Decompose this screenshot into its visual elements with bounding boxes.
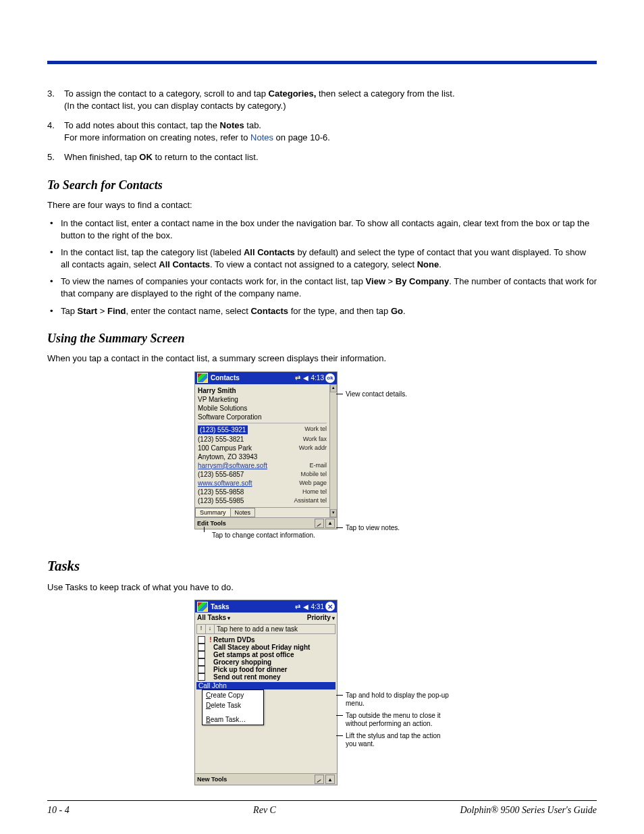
task-row[interactable]: Grocery shopping	[196, 658, 336, 666]
home-tel: (123) 555-9858	[198, 488, 244, 496]
revision: Rev C	[253, 805, 276, 816]
text: .	[403, 306, 406, 316]
heading-search: To Search for Contacts	[47, 178, 597, 192]
up-icon[interactable]: ▴	[325, 519, 335, 528]
pda-tasks: Tasks ⇄ ◀ 4:31 ✕ All Tasks Priority !↓ T…	[194, 600, 338, 785]
sip-icon[interactable]	[315, 775, 324, 784]
step-3: 3. To assign the contact to a category, …	[47, 88, 597, 111]
step-4: 4. To add notes about this contact, tap …	[47, 120, 597, 143]
menu-edit-tools[interactable]: Edit Tools	[197, 520, 226, 527]
title: Tasks	[211, 603, 294, 610]
label: Mobile tel	[300, 471, 327, 478]
callout-hold: Tap and hold to display the pop-up menu.	[346, 692, 449, 707]
checkbox[interactable]	[198, 636, 205, 644]
up-icon[interactable]: ▴	[325, 775, 335, 784]
task-row[interactable]: Pick up food for dinner	[196, 666, 336, 673]
work-tel[interactable]: (123) 555-3921	[198, 425, 248, 434]
checkbox[interactable]	[198, 644, 205, 651]
volume-icon[interactable]: ◀	[303, 374, 308, 382]
task-row[interactable]: Call Stacey about Friday night	[196, 644, 336, 651]
header-rule	[47, 61, 597, 64]
contact-company: Mobile Solutions	[198, 405, 247, 412]
mobile-tel: (123) 555-6857	[198, 471, 244, 478]
bold: Start	[78, 306, 98, 316]
text: on page 10-6.	[273, 132, 330, 142]
ok-button[interactable]: ok	[325, 373, 335, 383]
bold: All Contacts	[159, 259, 210, 269]
bold: Contacts	[250, 306, 288, 316]
menu-create-copy[interactable]: Create Copy	[203, 690, 263, 700]
start-icon[interactable]	[197, 602, 208, 612]
title: Contacts	[211, 374, 294, 382]
numbered-steps: 3. To assign the contact to a category, …	[47, 88, 597, 163]
bold: All Contacts	[244, 247, 295, 257]
contact-company2: Software Corporation	[198, 413, 262, 421]
checkbox[interactable]	[198, 658, 205, 666]
tab-notes[interactable]: Notes	[230, 508, 256, 517]
checkbox[interactable]	[198, 673, 205, 681]
sip-icon[interactable]	[315, 519, 324, 528]
add-task-input[interactable]: Tap here to add a new task	[215, 625, 335, 633]
clock: 4:31	[311, 603, 324, 610]
task-header: All Tasks Priority	[195, 613, 337, 623]
work-addr: 100 Campus Park	[198, 444, 252, 452]
text: >	[385, 276, 396, 286]
task-row[interactable]: Get stamps at post office	[196, 651, 336, 658]
callout-edit: Tap to change contact information.	[194, 529, 338, 539]
link-notes[interactable]: Notes	[250, 132, 273, 142]
task-row[interactable]: Send out rent money	[196, 673, 336, 681]
checkbox[interactable]	[198, 651, 205, 658]
step-5: 5. When finished, tap OK to return to th…	[47, 151, 597, 163]
scrollbar[interactable]: ▴▾	[329, 384, 337, 517]
para-fourways: There are four ways to find a contact:	[47, 199, 597, 211]
start-icon[interactable]	[197, 373, 208, 383]
page-number: 10 - 4	[47, 805, 70, 816]
text: >	[97, 306, 107, 316]
label: Work tel	[304, 425, 327, 434]
bold: Categories,	[269, 88, 317, 99]
bullet-4: Tap Start > Find, enter the contact name…	[47, 305, 597, 317]
task-selected[interactable]: Call John	[196, 682, 336, 689]
menu-new-tools[interactable]: New Tools	[197, 776, 227, 783]
label: Work addr	[299, 444, 327, 452]
bullet-2: In the contact list, tap the category li…	[47, 246, 597, 270]
titlebar: Tasks ⇄ ◀ 4:31 ✕	[195, 600, 337, 613]
para-summary: When you tap a contact in the contact li…	[47, 353, 597, 365]
bold: Find	[107, 306, 126, 316]
text: To view the names of companies your cont…	[61, 276, 366, 286]
tab-summary[interactable]: Summary	[195, 508, 231, 517]
bold: Go	[391, 306, 403, 316]
callout-notes: Tap to view notes.	[346, 524, 400, 531]
filter-all[interactable]: All Tasks	[197, 614, 230, 621]
conn-icon[interactable]: ⇄	[295, 374, 300, 382]
titlebar: Contacts ⇄ ◀ 4:13 ok	[195, 372, 337, 384]
sort-priority[interactable]: Priority	[307, 614, 335, 621]
callouts-tasks: Tap and hold to display the pop-up menu.…	[342, 600, 450, 752]
text: To assign the contact to a category, scr…	[64, 88, 269, 99]
checkbox[interactable]	[198, 666, 205, 673]
menu-delete-task[interactable]: Delete Task	[203, 700, 263, 710]
label: E-mail	[309, 462, 327, 469]
close-button[interactable]: ✕	[325, 602, 335, 611]
add-task-row[interactable]: !↓ Tap here to add a new task	[196, 624, 336, 634]
volume-icon[interactable]: ◀	[303, 603, 308, 610]
text: For more information on creating notes, …	[64, 132, 250, 142]
label: Web page	[299, 479, 327, 487]
web-page[interactable]: www.software.soft	[198, 479, 252, 487]
task-row[interactable]: !Return DVDs	[196, 636, 336, 644]
heading-tasks: Tasks	[47, 558, 597, 575]
bold: View	[366, 276, 385, 286]
callout-outside: Tap outside the menu to close it without…	[346, 712, 441, 727]
label: Work fax	[303, 436, 327, 443]
label: Home tel	[302, 488, 327, 496]
bold: None	[417, 259, 439, 269]
work-fax: (123) 555-3821	[198, 436, 244, 443]
callouts-contacts: View contact details. Tap to view notes.	[342, 371, 450, 536]
contact-role: VP Marketing	[198, 396, 238, 403]
menu-beam-task[interactable]: Beam Task…	[203, 714, 263, 725]
email[interactable]: harrysm@software.soft	[198, 462, 267, 469]
assistant-tel: (123) 555-5985	[198, 497, 244, 504]
bottom-bar: New Tools ▴	[195, 773, 337, 785]
para-tasks: Use Tasks to keep track of what you have…	[47, 581, 597, 594]
conn-icon[interactable]: ⇄	[295, 603, 300, 610]
